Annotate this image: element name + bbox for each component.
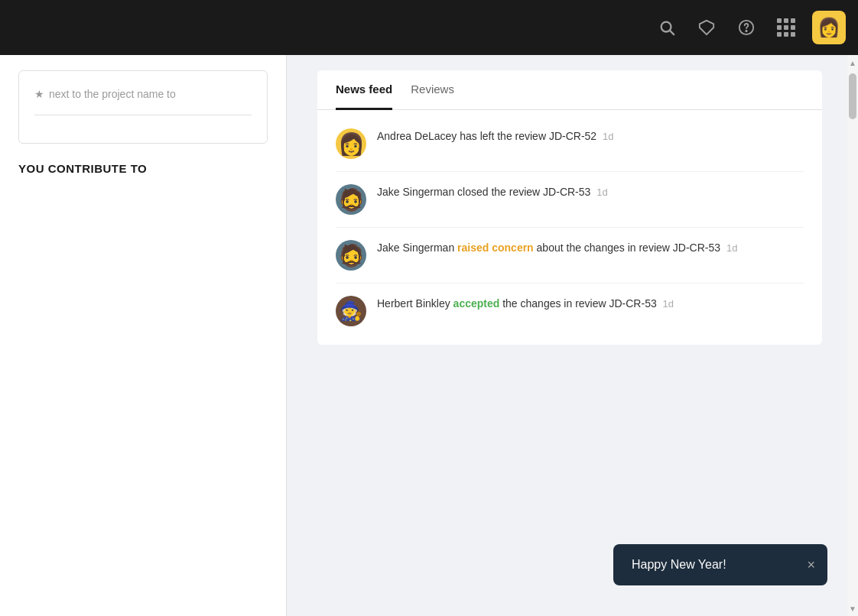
svg-point-4 (746, 31, 746, 31)
hint-icon: ★ (34, 86, 44, 102)
feed-time-2: 1d (596, 186, 607, 198)
feed-after-4: the changes in review JD-CR-53 (499, 297, 656, 310)
feed-item-2: 🧔 Jake Singerman closed the review JD-CR… (336, 172, 804, 228)
tab-newsfeed[interactable]: News feed (336, 70, 392, 110)
topbar: 👩 (0, 0, 858, 55)
feed-text-2: Jake Singerman closed the review JD-CR-5… (377, 184, 804, 200)
feed-highlight-4: accepted (453, 297, 500, 310)
toast-message: Happy New Year! (632, 558, 726, 572)
feed-text-4: Herbert Binkley accepted the changes in … (377, 296, 804, 312)
news-feed-card: News feed Reviews 👩 Andrea DeLacey has l… (317, 70, 822, 345)
apps-icon[interactable] (772, 14, 800, 41)
feed-item-3: 🧔 Jake Singerman raised concern about th… (336, 228, 804, 284)
sidebar-card: ★ next to the project name to (18, 70, 268, 144)
feed-item-1: 👩 Andrea DeLacey has left the review JD-… (336, 116, 804, 172)
scroll-up-arrow[interactable]: ▲ (847, 55, 858, 70)
feed-after-3: about the changes in review JD-CR-53 (534, 242, 720, 254)
sidebar: ★ next to the project name to YOU CONTRI… (0, 55, 287, 616)
feed-time-4: 1d (663, 298, 674, 310)
tabs: News feed Reviews (317, 70, 822, 110)
scroll-down-arrow[interactable]: ▼ (847, 601, 858, 616)
avatar-jake-2: 🧔 (336, 240, 366, 271)
avatar-jake-1: 🧔 (336, 184, 366, 215)
feed-content-1: Andrea DeLacey has left the review JD-CR… (377, 130, 596, 142)
feed-text-1: Andrea DeLacey has left the review JD-CR… (377, 128, 804, 144)
svg-line-1 (670, 31, 674, 34)
sidebar-hint: ★ next to the project name to (34, 86, 252, 102)
feed-time-1: 1d (603, 131, 613, 142)
search-icon[interactable] (653, 14, 681, 41)
avatar-andrea: 👩 (336, 128, 366, 159)
feed-highlight-3: raised concern (457, 242, 534, 254)
divider (34, 115, 252, 115)
toast-notification: Happy New Year! × (613, 544, 827, 585)
contribute-section-title: YOU CONTRIBUTE TO (18, 162, 268, 175)
shield-icon[interactable] (693, 14, 720, 41)
feed-item-4: 🧙 Herbert Binkley accepted the changes i… (336, 284, 804, 339)
feed-content-2: Jake Singerman closed the review JD-CR-5… (377, 186, 590, 198)
feed-before-3: Jake Singerman (377, 242, 457, 254)
right-panel: News feed Reviews 👩 Andrea DeLacey has l… (287, 55, 858, 616)
hint-text: next to the project name to (49, 86, 176, 102)
feed-text-3: Jake Singerman raised concern about the … (377, 240, 804, 256)
svg-marker-2 (700, 21, 713, 34)
feed-before-4: Herbert Binkley (377, 297, 453, 310)
feed-list: 👩 Andrea DeLacey has left the review JD-… (317, 110, 822, 345)
main-area: ★ next to the project name to YOU CONTRI… (0, 55, 858, 616)
scroll-thumb[interactable] (849, 73, 856, 119)
grid-dots (777, 18, 795, 37)
tab-reviews[interactable]: Reviews (411, 70, 454, 110)
user-avatar[interactable]: 👩 (812, 11, 846, 44)
scrollbar-track[interactable]: ▲ ▼ (847, 55, 858, 616)
toast-close-button[interactable]: × (807, 558, 815, 572)
feed-time-3: 1d (726, 242, 737, 254)
help-icon[interactable] (733, 14, 760, 41)
avatar-herbert: 🧙 (336, 296, 366, 326)
